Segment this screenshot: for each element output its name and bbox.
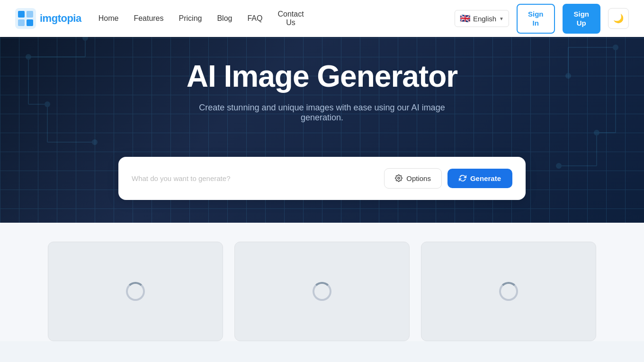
gallery-section	[0, 223, 644, 341]
gear-icon	[395, 174, 402, 182]
loading-spinner-3	[499, 282, 518, 301]
generate-icon	[459, 174, 466, 182]
gallery-card-3	[421, 242, 596, 341]
svg-point-16	[565, 73, 571, 79]
generate-label: Generate	[470, 174, 501, 182]
logo-icon	[15, 8, 36, 29]
options-label: Options	[406, 174, 431, 182]
nav-item-features[interactable]: Features	[134, 14, 163, 23]
svg-point-5	[26, 54, 31, 60]
loading-spinner-2	[313, 282, 331, 301]
hero-title: AI Image Generator	[180, 60, 464, 93]
gallery-card-1	[48, 242, 223, 341]
svg-point-7	[45, 101, 50, 107]
svg-point-31	[398, 177, 400, 179]
contact-line1: Contact	[277, 10, 304, 18]
logo-text-accent: topia	[58, 12, 81, 24]
logo-text: imgtopia	[40, 12, 81, 25]
nav-item-faq[interactable]: FAQ	[247, 14, 262, 23]
svg-point-15	[613, 45, 618, 50]
gallery-card-2	[234, 242, 410, 341]
language-label: English	[473, 15, 496, 23]
svg-rect-3	[18, 19, 25, 26]
hero-subtitle: Create stunning and unique images with e…	[180, 103, 464, 123]
moon-icon: 🌙	[613, 13, 624, 24]
logo-text-main: img	[40, 12, 58, 24]
chevron-down-icon: ▼	[499, 16, 504, 21]
nav-item-pricing[interactable]: Pricing	[179, 14, 202, 23]
nav-right: 🇬🇧 English ▼ SignIn SignUp 🌙	[455, 4, 629, 34]
svg-rect-1	[18, 11, 25, 18]
hero-content: AI Image Generator Create stunning and u…	[165, 37, 479, 156]
nav-item-home[interactable]: Home	[98, 14, 119, 23]
contact-line2: Us	[286, 18, 295, 27]
language-selector[interactable]: 🇬🇧 English ▼	[455, 10, 509, 27]
svg-rect-2	[27, 11, 33, 18]
svg-point-18	[556, 163, 562, 169]
svg-point-8	[92, 139, 98, 145]
svg-point-17	[594, 130, 599, 136]
navbar: imgtopia Home Features Pricing Blog FAQ …	[0, 0, 644, 37]
svg-rect-4	[27, 19, 33, 26]
nav-item-contact[interactable]: Contact Us	[277, 10, 304, 27]
sign-in-button[interactable]: SignIn	[517, 4, 555, 34]
logo-link[interactable]: imgtopia	[15, 8, 81, 29]
sign-up-button[interactable]: SignUp	[563, 4, 601, 34]
prompt-input[interactable]	[132, 174, 378, 182]
theme-toggle-button[interactable]: 🌙	[608, 8, 629, 29]
nav-links: Home Features Pricing Blog FAQ Contact U…	[98, 10, 455, 27]
options-button[interactable]: Options	[384, 168, 442, 189]
flag-icon: 🇬🇧	[460, 13, 470, 24]
loading-spinner-1	[126, 282, 145, 301]
generate-button[interactable]: Generate	[447, 169, 512, 188]
nav-item-blog[interactable]: Blog	[217, 14, 232, 23]
generator-box: Options Generate	[118, 157, 526, 200]
